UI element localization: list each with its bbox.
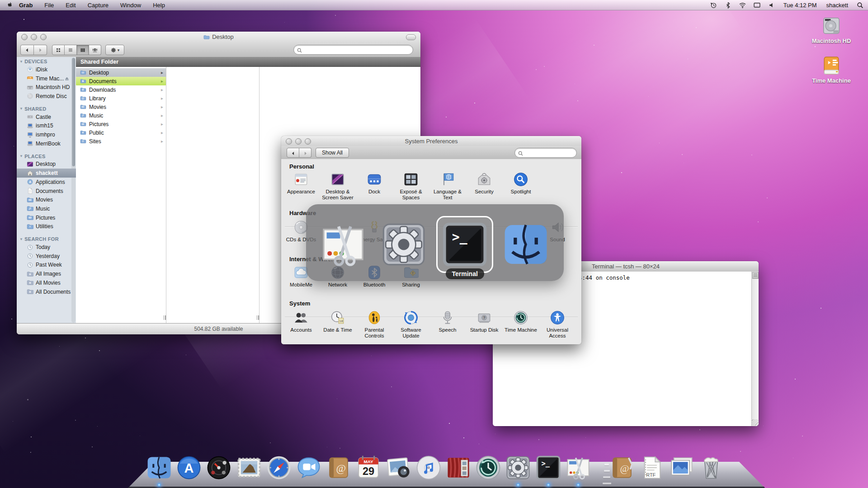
time-machine-menu-icon[interactable] <box>708 1 719 9</box>
column-item-movies[interactable]: Movies▸ <box>76 103 166 111</box>
dock-item-dashboard[interactable] <box>206 455 232 481</box>
sidebar-item-ismhpro[interactable]: ismhpro <box>17 130 76 139</box>
column-resize-handle[interactable] <box>162 315 167 322</box>
column-divider[interactable] <box>166 67 166 324</box>
pref-pane-date-time[interactable]: 18Date & Time <box>320 310 356 333</box>
sidebar-item-utilities[interactable]: Utilities <box>17 222 76 231</box>
pref-pane-accounts[interactable]: Accounts <box>283 310 319 333</box>
sidebar-item-yesterday[interactable]: Yesterday <box>17 252 76 261</box>
menu-clock[interactable]: Tue 4:12 PM <box>781 2 820 9</box>
desktop-icon-time-machine[interactable]: Time Machine <box>807 55 856 84</box>
action-menu-button[interactable]: ▾ <box>105 45 124 55</box>
app-switcher-finder[interactable] <box>502 221 550 268</box>
apple-menu[interactable] <box>6 1 13 9</box>
sidebar-item-macintosh-hd[interactable]: Macintosh HD <box>17 83 76 92</box>
disclosure-triangle-icon[interactable]: ▼ <box>19 107 23 111</box>
scrollbar-thumb[interactable] <box>752 272 759 279</box>
app-switcher-system-preferences[interactable] <box>380 221 428 268</box>
wifi-menu-icon[interactable] <box>737 1 748 9</box>
sidebar-item-all-movies[interactable]: All Movies <box>17 278 76 287</box>
column-item-desktop[interactable]: Desktop▸ <box>76 68 166 77</box>
pref-pane-security[interactable]: Security <box>466 172 502 195</box>
spotlight-menu-icon[interactable] <box>855 1 865 9</box>
pref-pane-parental-controls[interactable]: Parental Controls <box>356 310 392 339</box>
dock-item-app-store[interactable]: AA <box>176 455 202 481</box>
displays-menu-icon[interactable] <box>752 1 762 9</box>
column-item-documents[interactable]: Documents▸ <box>76 77 166 85</box>
volume-menu-icon[interactable] <box>766 1 777 9</box>
sidebar-item-all-images[interactable]: All Images <box>17 269 76 278</box>
dock-item-iphoto[interactable] <box>386 455 412 481</box>
sidebar-item-ismh15[interactable]: ismh15 <box>17 122 76 131</box>
pref-pane-universal-access[interactable]: Universal Access <box>539 310 576 339</box>
sidebar-item-castle[interactable]: Castle <box>17 113 76 122</box>
pref-pane-language-text[interactable]: Language & Text <box>429 172 466 201</box>
finder-search-field[interactable] <box>293 45 413 55</box>
search-input[interactable] <box>302 46 413 54</box>
menu-capture[interactable]: Capture <box>82 0 114 10</box>
menu-edit[interactable]: Edit <box>60 0 81 10</box>
sidebar-item-pictures[interactable]: Pictures <box>17 213 76 222</box>
toolbar-toggle-button[interactable] <box>406 34 416 40</box>
dock-item-address-book-document[interactable]: @@ <box>609 455 635 481</box>
sidebar-item-movies[interactable]: Movies <box>17 195 76 204</box>
search-input[interactable] <box>524 149 576 157</box>
dock-item-safari[interactable] <box>266 455 292 481</box>
dock-item-system-preferences[interactable] <box>505 455 531 481</box>
dock-item-trash[interactable] <box>698 455 724 481</box>
disclosure-triangle-icon[interactable]: ▼ <box>19 154 23 158</box>
app-switcher-grab[interactable] <box>319 221 367 268</box>
back-button[interactable] <box>20 45 34 55</box>
disclosure-triangle-icon[interactable]: ▼ <box>19 237 23 241</box>
column-item-downloads[interactable]: Downloads▸ <box>76 85 166 94</box>
sidebar-item-remote-disc[interactable]: Remote Disc <box>17 92 76 101</box>
forward-button[interactable] <box>299 148 311 158</box>
back-button[interactable] <box>287 148 299 158</box>
column-divider[interactable] <box>259 67 259 324</box>
dock-item-itunes[interactable] <box>415 455 442 481</box>
column-view-button[interactable] <box>77 45 89 55</box>
column-resize-handle[interactable] <box>255 315 260 322</box>
dock-item-rtf-document[interactable]: RTFRTF <box>639 455 665 481</box>
app-switcher-terminal[interactable]: >_ <box>441 221 489 268</box>
sidebar-item-time-mac-[interactable]: Time Mac... <box>17 74 76 83</box>
menu-help[interactable]: Help <box>147 0 171 10</box>
finder-titlebar[interactable]: Desktop ▾ <box>17 32 420 57</box>
sidebar-item-past-week[interactable]: Past Week <box>17 261 76 270</box>
sysprefs-search-field[interactable] <box>514 148 577 158</box>
column-item-pictures[interactable]: Pictures▸ <box>76 120 166 128</box>
resize-grip[interactable] <box>752 419 758 426</box>
column-item-library[interactable]: Library▸ <box>76 94 166 103</box>
sidebar-item-merribook[interactable]: MerriBook <box>17 139 76 148</box>
sidebar-item-applications[interactable]: AApplications <box>17 178 76 187</box>
menu-file[interactable]: File <box>38 0 60 10</box>
bluetooth-menu-icon[interactable] <box>723 1 733 9</box>
column-item-music[interactable]: Music▸ <box>76 111 166 120</box>
disclosure-triangle-icon[interactable]: ▼ <box>19 60 23 64</box>
sidebar-item-music[interactable]: Music <box>17 204 76 213</box>
sidebar-item-shackett[interactable]: shackett <box>17 169 76 178</box>
sysprefs-titlebar[interactable]: System Preferences <box>281 136 581 146</box>
eject-icon[interactable] <box>64 76 70 81</box>
pref-pane-startup-disk[interactable]: ?Startup Disk <box>466 310 502 333</box>
pref-pane-speech[interactable]: Speech <box>429 310 466 333</box>
dock-item-finder[interactable] <box>146 455 172 481</box>
dock-item-terminal[interactable]: >_>_ <box>535 455 561 481</box>
dock-item-ichat[interactable] <box>296 455 322 481</box>
pref-pane-expos-spaces[interactable]: Exposé & Spaces <box>393 172 429 201</box>
dock-item-mail[interactable] <box>236 455 262 481</box>
icon-view-button[interactable] <box>52 45 65 55</box>
pref-pane-time-machine[interactable]: Time Machine <box>503 310 539 333</box>
sidebar-item-all-documents[interactable]: All Documents <box>17 287 76 296</box>
list-view-button[interactable] <box>65 45 77 55</box>
sidebar-item-today[interactable]: Today <box>17 243 76 252</box>
column-item-sites[interactable]: Sites▸ <box>76 137 166 145</box>
terminal-scrollbar[interactable] <box>751 272 759 426</box>
sidebar-item-documents[interactable]: Documents <box>17 187 76 196</box>
column-item-public[interactable]: Public▸ <box>76 128 166 137</box>
dock-item-ical[interactable]: MAY29MAY29 <box>355 455 382 481</box>
fast-user-switching-menu[interactable]: shackett <box>824 2 851 9</box>
coverflow-view-button[interactable] <box>89 45 101 55</box>
dock-item-address-book[interactable]: @@ <box>326 455 352 481</box>
pref-pane-dock[interactable]: Dock <box>356 172 392 195</box>
